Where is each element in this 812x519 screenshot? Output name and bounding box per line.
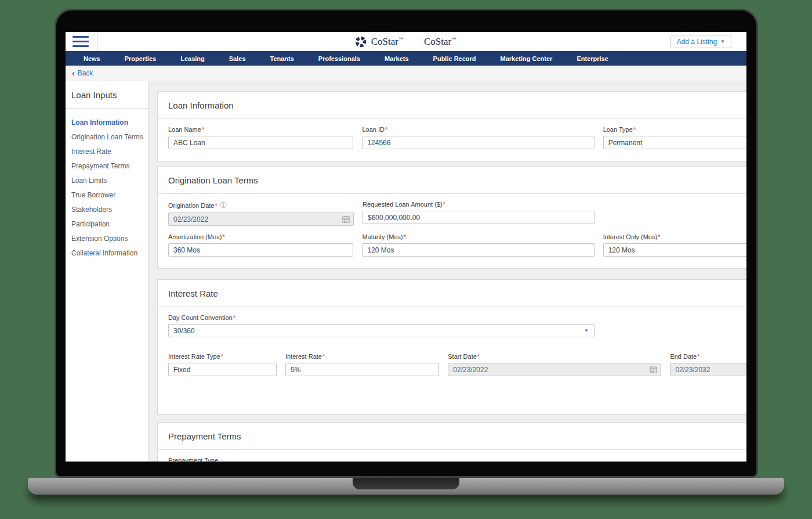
required-marker: * — [443, 201, 445, 208]
loan-type-input[interactable] — [603, 136, 746, 149]
back-label: Back — [78, 69, 93, 77]
interest-rate-type-field: Interest Rate Type* — [168, 353, 277, 376]
nav-item-leasing[interactable]: Leasing — [168, 55, 217, 62]
end-date-label: End Date* — [670, 353, 746, 360]
origination-date-field: Origination Date* ⓘ — [168, 201, 354, 226]
amortization-input[interactable] — [168, 243, 353, 257]
section-title: Interest Rate — [158, 280, 746, 307]
prepayment-type-field: Prepayment Type — [168, 457, 354, 462]
amortization-label: Amortization (Mos)* — [168, 233, 353, 240]
maturity-label: Maturity (Mos)* — [362, 233, 594, 240]
sidebar-item-origination-loan-terms[interactable]: Origination Loan Terms — [71, 133, 142, 141]
nav-item-enterprise[interactable]: Enterprise — [564, 55, 620, 62]
nav-item-markets[interactable]: Markets — [372, 55, 421, 62]
loan-id-input[interactable] — [362, 136, 594, 149]
back-bar: ‹ Back — [66, 66, 746, 81]
required-marker: * — [215, 202, 217, 209]
interest-only-input[interactable] — [603, 243, 746, 257]
required-marker: * — [697, 353, 699, 360]
loan-type-label: Loan Type* — [603, 126, 746, 133]
sidebar-item-prepayment-terms[interactable]: Prepayment Terms — [71, 162, 142, 170]
interest-rate-label: Interest Rate* — [285, 353, 439, 360]
amortization-field: Amortization (Mos)* — [168, 233, 353, 257]
maturity-input[interactable] — [362, 243, 594, 257]
start-date-field: Start Date* — [448, 353, 661, 376]
sidebar-divider — [66, 108, 148, 109]
section-title: Origination Loan Terms — [158, 167, 746, 194]
start-date-input — [448, 363, 661, 376]
sidebar-item-loan-limits[interactable]: Loan Limits — [71, 176, 142, 185]
required-marker: * — [233, 314, 235, 321]
sidebar-item-collateral-information[interactable]: Collateral Information — [71, 249, 142, 257]
calendar-icon — [342, 215, 350, 223]
add-listing-button[interactable]: Add a Listing ▼ — [670, 35, 731, 48]
interest-rate-input[interactable] — [285, 363, 439, 376]
nav-item-news[interactable]: News — [71, 55, 113, 62]
costar-pinwheel-icon — [355, 36, 367, 48]
loan-name-field: Loan Name* — [168, 126, 353, 149]
section-title: Loan Information — [158, 92, 746, 119]
brand-logo: CoStar™ CoStar™ — [66, 32, 746, 51]
nav-item-professionals[interactable]: Professionals — [306, 55, 372, 62]
sidebar-item-stakeholders[interactable]: Stakeholders — [71, 206, 142, 214]
primary-nav: News Properties Leasing Sales Tenants Pr… — [66, 51, 746, 66]
day-count-convention-select[interactable]: 30/360 ▼ — [168, 324, 595, 337]
nav-item-public-record[interactable]: Public Record — [421, 55, 488, 62]
brand-text-secondary: CoStar™ — [424, 36, 457, 48]
end-date-field: End Date* — [670, 353, 746, 376]
sidebar-item-participation[interactable]: Participation — [71, 220, 142, 228]
section-interest-rate: Interest Rate Day Count Convention* 30/3… — [157, 279, 746, 415]
chevron-down-icon: ▼ — [720, 39, 725, 44]
sidebar-item-loan-information[interactable]: Loan Information — [71, 118, 142, 127]
required-marker: * — [477, 353, 480, 360]
interest-only-label: Interest Only (Mos)* — [603, 233, 746, 240]
nav-item-marketing-center[interactable]: Marketing Center — [488, 55, 565, 62]
page-background: CoStar™ CoStar™ Add a Listing ▼ News Pro… — [0, 0, 812, 519]
loan-name-input[interactable] — [168, 136, 353, 149]
app-header: CoStar™ CoStar™ Add a Listing ▼ — [66, 32, 746, 51]
loan-id-label: Loan ID* — [362, 126, 594, 133]
requested-loan-amount-input[interactable] — [362, 211, 595, 224]
laptop-notch — [353, 478, 459, 489]
interest-rate-field: Interest Rate* — [285, 353, 439, 376]
required-marker: * — [633, 126, 636, 133]
origination-date-label: Origination Date* ⓘ — [168, 201, 354, 210]
sidebar-item-extension-options[interactable]: Extension Options — [71, 235, 142, 243]
required-marker: * — [322, 353, 325, 360]
nav-item-properties[interactable]: Properties — [113, 55, 168, 62]
add-listing-label: Add a Listing — [677, 38, 717, 46]
info-circle-icon[interactable]: ⓘ — [220, 201, 227, 210]
required-marker: * — [202, 126, 204, 133]
screen: CoStar™ CoStar™ Add a Listing ▼ News Pro… — [66, 32, 746, 462]
nav-item-tenants[interactable]: Tenants — [258, 55, 306, 62]
chevron-down-icon: ▼ — [584, 328, 589, 333]
requested-loan-amount-field: Requested Loan Amount ($)* — [362, 201, 595, 226]
loan-id-field: Loan ID* — [362, 126, 594, 149]
section-origination-loan-terms: Origination Loan Terms Origination Date*… — [157, 166, 746, 269]
required-marker: * — [658, 233, 660, 240]
required-marker: * — [404, 233, 406, 240]
loan-type-field: Loan Type* — [603, 126, 746, 149]
section-title: Prepayment Terms — [158, 423, 746, 450]
nav-item-sales[interactable]: Sales — [217, 55, 258, 62]
start-date-label: Start Date* — [448, 353, 661, 360]
laptop-base — [28, 478, 784, 495]
calendar-icon — [650, 366, 657, 373]
sidebar-item-interest-rate[interactable]: Interest Rate — [71, 147, 142, 156]
back-button[interactable]: ‹ Back — [72, 69, 93, 77]
required-marker: * — [385, 126, 387, 133]
day-count-convention-label: Day Count Convention* — [168, 314, 595, 321]
day-count-convention-value: 30/360 — [173, 327, 195, 335]
maturity-field: Maturity (Mos)* — [362, 233, 594, 257]
sidebar-item-true-borrower[interactable]: True Borrower — [71, 191, 142, 199]
laptop-frame: CoStar™ CoStar™ Add a Listing ▼ News Pro… — [55, 9, 758, 478]
chevron-left-icon: ‹ — [72, 69, 75, 77]
requested-loan-amount-label: Requested Loan Amount ($)* — [362, 201, 595, 208]
section-prepayment-terms: Prepayment Terms Prepayment Type — [157, 422, 746, 462]
interest-only-field: Interest Only (Mos)* — [603, 233, 746, 257]
required-marker: * — [222, 233, 224, 240]
interest-rate-type-input[interactable] — [168, 363, 277, 376]
section-loan-information: Loan Information Loan Name* — [157, 91, 746, 161]
sidebar-title: Loan Inputs — [71, 90, 142, 100]
required-marker: * — [221, 353, 223, 360]
